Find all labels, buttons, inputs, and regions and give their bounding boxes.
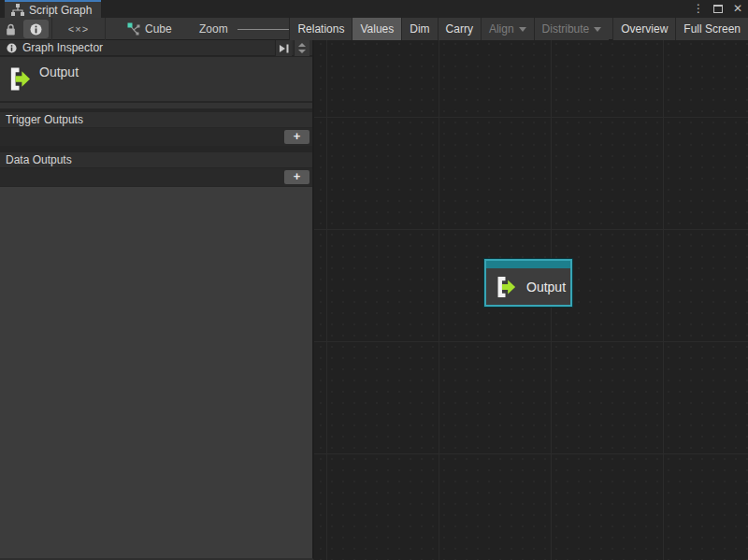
output-node-title: Output bbox=[526, 280, 566, 294]
distribute-dropdown[interactable]: Distribute bbox=[534, 18, 610, 40]
title-bar: Script Graph ⋮ ✕ bbox=[0, 0, 748, 18]
graph-hierarchy-icon bbox=[11, 4, 24, 16]
trigger-outputs-list: + bbox=[0, 128, 312, 146]
lock-icon bbox=[6, 23, 16, 36]
data-outputs-list: + bbox=[0, 168, 312, 186]
tab-script-graph[interactable]: Script Graph bbox=[5, 0, 101, 18]
graph-inspector-panel: Graph Inspector Output bbox=[0, 40, 314, 560]
output-node-header[interactable] bbox=[486, 261, 570, 268]
panel-stepper[interactable] bbox=[294, 40, 309, 56]
unit-preview-title: Output bbox=[39, 65, 79, 79]
tab-title: Script Graph bbox=[29, 4, 92, 17]
graph-reference-icon bbox=[127, 22, 140, 36]
arrow-down-icon bbox=[298, 50, 306, 53]
script-graph-window: { "window": { "tab_title": "Script Graph… bbox=[0, 0, 748, 560]
unit-preview: Output bbox=[0, 57, 312, 101]
data-outputs-header: Data Outputs bbox=[0, 152, 312, 167]
add-trigger-output-button[interactable]: + bbox=[284, 130, 309, 144]
close-icon[interactable]: ✕ bbox=[731, 0, 744, 18]
align-dropdown[interactable]: Align bbox=[481, 18, 534, 40]
fullscreen-button[interactable]: Full Screen bbox=[675, 18, 748, 40]
add-data-output-button[interactable]: + bbox=[284, 170, 309, 184]
window-controls: ⋮ ✕ bbox=[692, 0, 744, 18]
chevron-down-icon bbox=[519, 27, 526, 32]
inspector-toggle-button[interactable] bbox=[23, 20, 49, 38]
output-unit-icon bbox=[7, 66, 31, 92]
inspector-title: Graph Inspector bbox=[22, 41, 103, 54]
maximize-icon[interactable] bbox=[713, 5, 723, 13]
output-unit-icon bbox=[495, 276, 516, 298]
relations-button[interactable]: Relations bbox=[289, 18, 352, 40]
dim-button[interactable]: Dim bbox=[401, 18, 437, 40]
carry-button[interactable]: Carry bbox=[438, 18, 481, 40]
toolbar-right-group: Relations Values Dim Carry Align Distrib… bbox=[289, 18, 748, 40]
lock-button[interactable] bbox=[0, 18, 21, 40]
arrow-up-icon bbox=[298, 43, 306, 47]
output-node-body: Output bbox=[486, 268, 570, 305]
graph-toolbar: <×> Cube Zoom 1x Relations Values Dim Ca… bbox=[0, 18, 748, 40]
unit-preview-footer bbox=[0, 103, 312, 108]
code-icon: <×> bbox=[68, 23, 89, 35]
info-icon bbox=[30, 23, 42, 36]
code-view-button[interactable]: <×> bbox=[52, 18, 105, 40]
graph-canvas[interactable]: Output bbox=[314, 40, 748, 560]
dock-right-icon bbox=[279, 43, 290, 54]
graph-target-chip[interactable]: Cube bbox=[127, 18, 172, 40]
output-node[interactable]: Output bbox=[484, 259, 572, 307]
zoom-label: Zoom bbox=[199, 22, 228, 36]
inspector-content: Graph Inspector Output bbox=[0, 40, 312, 187]
dock-panel-button[interactable] bbox=[275, 40, 292, 56]
chevron-down-icon bbox=[594, 27, 601, 32]
toolbar-divider bbox=[105, 18, 106, 40]
trigger-outputs-header: Trigger Outputs bbox=[0, 112, 312, 127]
overview-button[interactable]: Overview bbox=[612, 18, 675, 40]
values-button[interactable]: Values bbox=[352, 18, 401, 40]
toolbar-left-group: <×> bbox=[0, 18, 106, 40]
inspector-header: Graph Inspector bbox=[0, 40, 312, 56]
info-icon bbox=[7, 43, 17, 53]
graph-target-label: Cube bbox=[145, 22, 172, 36]
menu-icon[interactable]: ⋮ bbox=[692, 0, 705, 18]
